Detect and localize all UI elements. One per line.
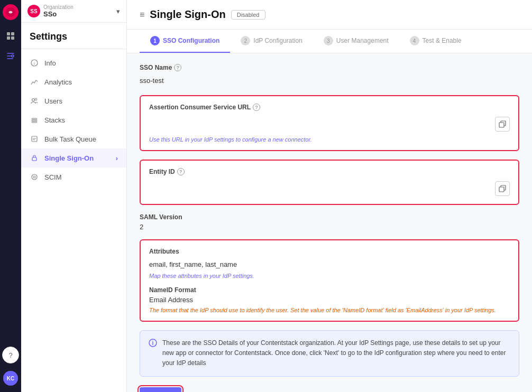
settings-icon[interactable] bbox=[2, 48, 19, 64]
svg-point-16 bbox=[33, 176, 35, 178]
tab-num-2: 2 bbox=[241, 36, 250, 45]
svg-rect-3 bbox=[7, 36, 10, 40]
nameid-format-desc: The format that the IdP should use to id… bbox=[149, 307, 510, 313]
scim-icon bbox=[30, 172, 39, 182]
info-icon: i bbox=[30, 58, 39, 68]
org-icon: SS bbox=[27, 5, 40, 17]
attributes-value: email, first_name, last_name bbox=[149, 260, 510, 268]
tab-test-enable[interactable]: 4 Test & Enable bbox=[399, 30, 472, 53]
sidebar-item-users-label: Users bbox=[44, 97, 118, 105]
svg-rect-18 bbox=[499, 123, 504, 127]
main-content: ≡ Single Sign-On Disabled 1 SSO Configur… bbox=[127, 0, 532, 392]
tab-num-3: 3 bbox=[324, 36, 333, 45]
acs-url-copy-button[interactable] bbox=[495, 117, 510, 132]
sidebar-item-analytics-label: Analytics bbox=[44, 78, 118, 86]
page-title: Single Sign-On bbox=[150, 8, 225, 21]
org-label: Organization bbox=[43, 4, 113, 10]
tab-num-1: 1 bbox=[150, 36, 160, 45]
svg-rect-12 bbox=[32, 122, 37, 123]
tab-label-idp: IdP Configuration bbox=[253, 37, 302, 44]
sso-name-value: sso-test bbox=[140, 74, 519, 87]
sidebar-item-users[interactable]: Users bbox=[21, 91, 126, 110]
avatar[interactable]: KC bbox=[3, 371, 18, 386]
attributes-helper-text: Map these attributes in your IdP setting… bbox=[149, 273, 510, 279]
saml-version-section: SAML Version 2 bbox=[140, 213, 519, 231]
tabs-bar: 1 SSO Configuration 2 IdP Configuration … bbox=[127, 30, 532, 53]
lock-icon bbox=[30, 153, 39, 163]
sidebar-item-stacks-label: Stacks bbox=[44, 116, 118, 124]
sidebar: SS Organization SSo ▾ Settings i Info An… bbox=[21, 0, 127, 392]
svg-rect-20 bbox=[499, 187, 504, 192]
acs-url-copy-area bbox=[149, 116, 510, 132]
sidebar-item-info-label: Info bbox=[44, 59, 118, 67]
sidebar-item-bulk-task-label: Bulk Task Queue bbox=[44, 135, 118, 143]
sidebar-item-single-sign-on[interactable]: Single Sign-On › bbox=[21, 148, 126, 167]
entity-id-copy-area bbox=[149, 181, 510, 197]
icon-bar: ? KC bbox=[0, 0, 21, 392]
info-box-text: These are the SSO Details of your Conten… bbox=[162, 338, 510, 369]
svg-point-15 bbox=[32, 174, 37, 180]
org-selector[interactable]: SS Organization SSo ▾ bbox=[21, 0, 126, 23]
acs-url-label: Assertion Consumer Service URL ? bbox=[149, 104, 510, 111]
saml-version-value: 2 bbox=[140, 223, 519, 231]
sidebar-nav: i Info Analytics Users Stacks bbox=[21, 49, 126, 392]
svg-rect-14 bbox=[32, 157, 36, 161]
sidebar-item-bulk-task-queue[interactable]: Bulk Task Queue bbox=[21, 129, 126, 148]
sidebar-item-info[interactable]: i Info bbox=[21, 53, 126, 72]
form-content: SSO Name ? sso-test Assertion Consumer S… bbox=[127, 53, 532, 392]
sidebar-title: Settings bbox=[30, 31, 118, 42]
info-box: i These are the SSO Details of your Cont… bbox=[140, 330, 519, 377]
svg-rect-4 bbox=[11, 36, 14, 40]
hamburger-icon: ≡ bbox=[140, 10, 144, 20]
chevron-right-icon: › bbox=[116, 154, 118, 162]
tab-user-management[interactable]: 3 User Management bbox=[313, 30, 399, 53]
svg-rect-13 bbox=[32, 136, 37, 142]
svg-point-5 bbox=[12, 55, 14, 57]
org-name: SSo bbox=[43, 10, 113, 18]
main-header: ≡ Single Sign-On Disabled bbox=[127, 0, 532, 30]
acs-url-help-icon[interactable]: ? bbox=[253, 104, 260, 111]
entity-id-label: Entity ID ? bbox=[149, 168, 510, 175]
sidebar-item-analytics[interactable]: Analytics bbox=[21, 72, 126, 91]
help-button[interactable]: ? bbox=[2, 347, 19, 363]
entity-id-help-icon[interactable]: ? bbox=[177, 168, 185, 175]
svg-rect-11 bbox=[32, 120, 37, 121]
stacks-icon bbox=[30, 115, 39, 125]
entity-id-copy-button[interactable] bbox=[495, 181, 510, 196]
sso-name-group: SSO Name ? sso-test bbox=[140, 64, 519, 87]
saml-version-label: SAML Version bbox=[140, 213, 519, 221]
svg-rect-2 bbox=[11, 32, 14, 35]
info-box-icon: i bbox=[149, 339, 157, 369]
tab-label-test-enable: Test & Enable bbox=[423, 37, 462, 44]
next-button[interactable]: Next › bbox=[140, 387, 181, 392]
sso-name-label: SSO Name ? bbox=[140, 64, 519, 71]
sidebar-item-scim[interactable]: SCIM bbox=[21, 167, 126, 186]
svg-rect-10 bbox=[32, 118, 37, 119]
bulk-task-icon bbox=[30, 134, 39, 144]
svg-point-8 bbox=[32, 99, 35, 101]
svg-text:i: i bbox=[152, 340, 154, 346]
tab-num-4: 4 bbox=[410, 36, 419, 45]
tab-label-sso: SSO Configuration bbox=[163, 37, 219, 44]
acs-url-section: Assertion Consumer Service URL ? Use thi… bbox=[140, 95, 519, 151]
attributes-label: Attributes bbox=[149, 248, 510, 255]
tab-label-user-mgmt: User Management bbox=[336, 37, 389, 44]
tab-sso-configuration[interactable]: 1 SSO Configuration bbox=[140, 30, 230, 53]
entity-id-section: Entity ID ? bbox=[140, 160, 519, 205]
org-info: Organization SSo bbox=[43, 4, 113, 18]
sso-name-help-icon[interactable]: ? bbox=[174, 64, 181, 71]
org-chevron-icon: ▾ bbox=[116, 7, 120, 15]
status-badge: Disabled bbox=[231, 10, 265, 20]
analytics-icon bbox=[30, 77, 39, 87]
svg-point-9 bbox=[35, 98, 37, 100]
nameid-format-value: Email Address bbox=[149, 296, 510, 304]
users-icon bbox=[30, 96, 39, 106]
svg-rect-1 bbox=[7, 32, 10, 35]
attributes-section: Attributes email, first_name, last_name … bbox=[140, 239, 519, 322]
app-logo[interactable] bbox=[3, 4, 19, 20]
grid-icon[interactable] bbox=[2, 27, 19, 44]
tab-idp-configuration[interactable]: 2 IdP Configuration bbox=[230, 30, 313, 53]
sidebar-item-stacks[interactable]: Stacks bbox=[21, 110, 126, 129]
nameid-format-label: NameID Format bbox=[149, 286, 510, 294]
sidebar-item-sso-label: Single Sign-On bbox=[44, 154, 111, 162]
